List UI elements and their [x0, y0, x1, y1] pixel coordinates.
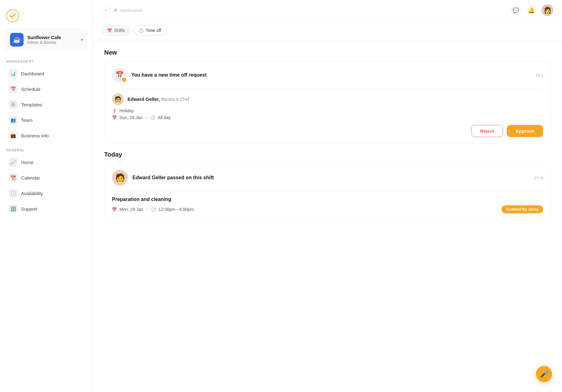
workspace-card[interactable]: ☕ Sunflower Cafe Admin & Barista ▾	[5, 29, 88, 51]
header: ‹ Notification 💬 🔔 👩	[93, 0, 562, 21]
request-actions: Reject Approve	[112, 125, 543, 137]
notification-title: You have a new time off request	[131, 72, 531, 78]
today-notification-header: 🧑 Edward Geller passed on this shift 15 …	[112, 170, 543, 186]
user-avatar-icon: 👩	[544, 7, 551, 14]
header-actions: 💬 🔔 👩	[511, 4, 553, 16]
tabs-bar: 📅 Shifts 🕐 Time off	[93, 21, 562, 40]
sidebar-item-availability[interactable]: 🕐 Availability	[2, 185, 90, 201]
workspace-chevron-icon: ▾	[81, 37, 83, 42]
time-off-tab-icon: 🕐	[139, 28, 144, 33]
time-off-tab-label: Time off	[146, 28, 161, 33]
app-logo-icon	[6, 9, 19, 22]
sidebar-item-home[interactable]: 📈 Home	[2, 154, 90, 170]
user-avatar-button[interactable]: 👩	[542, 4, 553, 16]
support-label: Support	[21, 206, 38, 212]
notification-user-row: 🧑 Edward Geller, Barista & Chef	[112, 93, 543, 105]
logo-area	[0, 6, 93, 29]
notification-header: 📅 ⚡ You have a new time off request 10 s	[112, 68, 543, 82]
grabbed-badge: Grabbed By Jenny	[502, 205, 543, 213]
workspace-role: Admin & Barista	[27, 40, 77, 45]
today-section-title: Today	[104, 151, 551, 158]
requester-avatar: 🧑	[112, 93, 124, 105]
microphone-fab[interactable]: 🎤	[536, 366, 552, 382]
notification-badge: ⚡	[121, 77, 127, 82]
request-time: All day	[158, 115, 171, 120]
tab-time-off[interactable]: 🕐 Time off	[133, 25, 167, 36]
management-section-label: MANAGEMENT	[0, 60, 93, 66]
home-icon: 📈	[9, 158, 17, 167]
main-content: ‹ Notification 💬 🔔 👩 📅 Shifts 🕐 Time off	[93, 0, 562, 392]
new-section-title: New	[104, 49, 551, 56]
general-section-label: GENERAL	[0, 148, 93, 154]
search-dot-icon	[114, 9, 117, 12]
shift-time-icon: 🕐	[151, 207, 156, 212]
date-icon: 📅	[112, 115, 117, 120]
shift-details-row: 📅 Mon, 29 Jan • 🕐 12:00pm - 6:00pm	[112, 207, 194, 212]
workspace-avatar: ☕	[10, 33, 24, 47]
today-user-avatar: 🧑	[112, 170, 128, 186]
holiday-type-icon: ❗	[112, 109, 117, 113]
shift-card-body: Preparation and cleaning 📅 Mon, 29 Jan •…	[112, 191, 543, 213]
sidebar-item-schedule[interactable]: 📅 Schedule	[2, 81, 90, 97]
tab-shifts[interactable]: 📅 Shifts	[102, 25, 130, 36]
dashboard-icon: 📊	[9, 69, 17, 78]
calendar-icon: 📆	[9, 173, 17, 182]
request-type-label: Holiday	[119, 108, 134, 113]
sidebar-item-calendar[interactable]: 📆 Calendar	[2, 170, 90, 185]
shift-time: 12:00pm - 6:00pm	[158, 207, 194, 212]
business-info-label: Business info	[21, 133, 49, 138]
workspace-name: Sunflower Cafe	[27, 35, 77, 40]
shift-date: Mon, 29 Jan	[119, 207, 143, 212]
requester-role: Barista & Chef	[161, 97, 189, 102]
shifts-tab-label: Shifts	[114, 28, 125, 33]
schedule-icon: 📅	[9, 85, 17, 93]
business-info-icon: 💼	[9, 131, 17, 140]
request-date-row: 📅 Sun, 28 Jan • 🕐 All day	[112, 115, 543, 120]
availability-icon: 🕐	[9, 189, 17, 198]
support-icon: 🔢	[9, 204, 17, 213]
bell-icon: 🔔	[528, 7, 535, 14]
notifications-content: New 📅 ⚡ You have a new time off request …	[93, 40, 562, 392]
dashboard-label: Dashboard	[21, 71, 44, 76]
today-notification-time: 15 m	[534, 176, 543, 180]
chat-button[interactable]: 💬	[511, 5, 521, 16]
shift-title: Preparation and cleaning	[112, 197, 543, 202]
time-icon: 🕐	[150, 115, 155, 120]
microphone-icon: 🎤	[540, 370, 548, 378]
notification-time: 10 s	[535, 73, 543, 78]
requester-name: Edward Geller,	[127, 96, 160, 102]
templates-icon: ☰	[9, 100, 17, 109]
team-icon: 👥	[9, 116, 17, 124]
schedule-label: Schedule	[21, 87, 41, 92]
new-notification-card: 📅 ⚡ You have a new time off request 10 s…	[104, 61, 551, 144]
templates-label: Templates	[21, 102, 42, 107]
sidebar-item-templates[interactable]: ☰ Templates	[2, 97, 90, 112]
sidebar-item-team[interactable]: 👥 Team	[2, 112, 90, 128]
calendar-label: Calendar	[21, 175, 40, 180]
shift-date-icon: 📅	[112, 207, 117, 212]
request-date: Sun, 28 Jan	[119, 115, 143, 120]
sidebar-item-support[interactable]: 🔢 Support	[2, 201, 90, 216]
notification-placeholder: Notification	[120, 8, 143, 13]
sidebar-item-dashboard[interactable]: 📊 Dashboard	[2, 66, 90, 81]
notification-search: Notification	[114, 8, 507, 13]
notification-body: 🧑 Edward Geller, Barista & Chef ❗ Holida…	[112, 88, 543, 137]
chat-icon: 💬	[513, 7, 519, 13]
notification-icon-wrap: 📅 ⚡	[112, 68, 127, 82]
team-label: Team	[21, 118, 33, 123]
collapse-sidebar-button[interactable]: ‹	[102, 6, 110, 15]
sidebar: ☕ Sunflower Cafe Admin & Barista ▾ MANAG…	[0, 0, 93, 392]
home-label: Home	[21, 160, 33, 165]
reject-button[interactable]: Reject	[471, 125, 503, 137]
sidebar-item-business-info[interactable]: 💼 Business info	[2, 128, 90, 143]
availability-label: Availability	[21, 191, 43, 196]
approve-button[interactable]: Approve	[507, 125, 543, 137]
request-type-row: ❗ Holiday	[112, 108, 543, 113]
shifts-tab-icon: 📅	[107, 28, 112, 33]
notifications-bell-button[interactable]: 🔔	[526, 5, 537, 16]
today-notification-title: Edward Geller passed on this shift	[132, 175, 530, 180]
today-notification-card: 🧑 Edward Geller passed on this shift 15 …	[104, 163, 551, 220]
